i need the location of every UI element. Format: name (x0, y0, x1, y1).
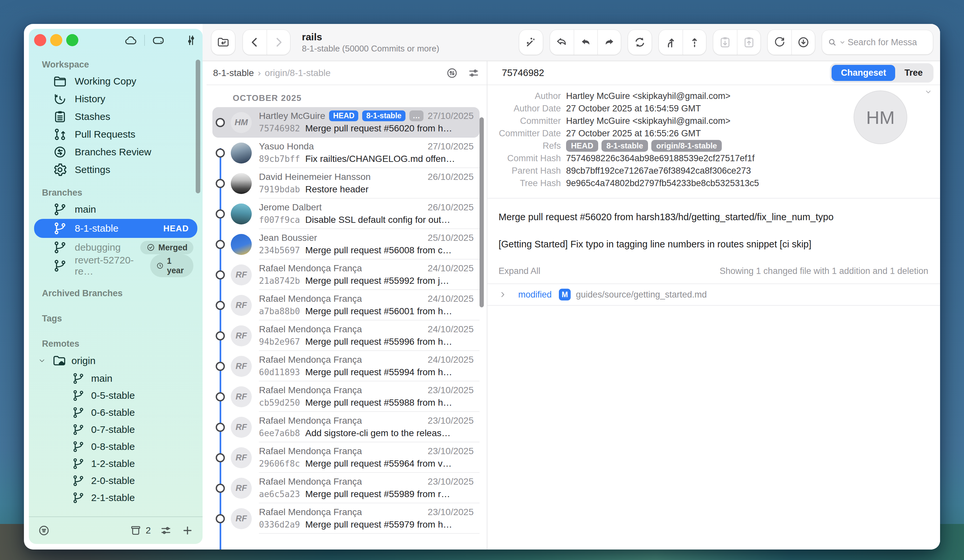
tab-tree[interactable]: Tree (895, 65, 932, 81)
tags-header[interactable]: Tags (42, 314, 203, 324)
remote-branch-item[interactable]: 0-7-stable (29, 421, 203, 438)
commit-row[interactable]: David Heinemeier Hansson 26/10/2025 7919… (212, 168, 480, 199)
separator (144, 35, 145, 46)
archive-icon[interactable] (129, 524, 142, 537)
commit-row[interactable]: RF Rafael Mendonça França 23/10/2025 (212, 473, 480, 503)
remote-branch-label: 0-7-stable (91, 424, 135, 435)
sidebar-item[interactable]: Working Copy (29, 72, 203, 90)
expand-all-button[interactable]: Expand All (498, 266, 541, 276)
commit-row[interactable]: RF Rafael Mendonça França 23/10/2025 (212, 503, 480, 534)
commit-row[interactable]: RF Rafael Mendonça França 23/10/2025 (212, 442, 480, 473)
merge-button[interactable] (659, 30, 682, 55)
sidebar-item[interactable]: Branches Review (29, 143, 203, 161)
toolbar-actions (519, 30, 933, 55)
commit-row[interactable]: RF Rafael Mendonça França 24/10/2025 (212, 321, 480, 351)
commit-row[interactable]: RF Rafael Mendonça França 24/10/2025 (212, 290, 480, 321)
sidebar-item-label: Branches Review (75, 147, 151, 158)
stash-save-button[interactable] (713, 30, 737, 55)
avatar-initials: RF (236, 453, 247, 463)
commit-hash: ae6c5a23 (259, 489, 300, 499)
search-input[interactable] (848, 37, 928, 47)
remote-origin[interactable]: origin (29, 352, 203, 370)
search-field[interactable] (822, 30, 933, 54)
cloud-icon[interactable] (124, 33, 138, 47)
undo-button[interactable] (550, 30, 573, 55)
chev-sm-down-icon[interactable] (924, 87, 933, 96)
remote-branch-item[interactable]: 0-8-stable (29, 438, 203, 455)
ref-badge[interactable]: origin/8-1-stable (651, 140, 722, 152)
sync-button[interactable] (628, 30, 651, 55)
commit-date: 23/10/2025 (428, 415, 474, 426)
toolbar: rails 8-1-stable (50000 Commits or more) (203, 24, 940, 61)
minimize-window-button[interactable] (50, 34, 62, 46)
redo-button[interactable] (597, 30, 621, 55)
close-window-button[interactable] (34, 34, 46, 46)
remote-branch-item[interactable]: 2-0-stable (29, 472, 203, 489)
metadata-bottom: Commit Hash 7574698226c364ab98e69188539e… (491, 152, 940, 189)
sidebar-item[interactable]: Stashes (29, 108, 203, 125)
archived-branches-header[interactable]: Archived Branches (42, 288, 203, 298)
stash-icon (52, 109, 68, 124)
breadcrumb[interactable]: 8-1-stable › origin/8-1-stable (213, 68, 331, 78)
refresh-button[interactable] (768, 30, 791, 55)
back-button[interactable] (243, 30, 267, 55)
open-repository-button[interactable] (212, 30, 235, 55)
commit-hash: 7919bdab (259, 184, 300, 194)
remote-branch-item[interactable]: 2-1-stable (29, 489, 203, 506)
chevron-sm-right-icon[interactable] (498, 290, 507, 299)
sidebar-content: Workspace Working Copy History (29, 50, 203, 516)
branch-item[interactable]: revert-52720-re… 1 year (34, 257, 197, 275)
commit-author: Jerome Dalbert (259, 202, 322, 213)
branch-item[interactable]: main (34, 200, 197, 218)
commit-row[interactable]: Yasuo Honda 27/10/2025 89cb7bff Fix rail… (212, 138, 480, 168)
stash-pop-button[interactable] (737, 30, 760, 55)
zoom-window-button[interactable] (66, 34, 78, 46)
commit-row[interactable]: RF Rafael Mendonça França 23/10/2025 (212, 381, 480, 412)
sliders-v-icon[interactable] (184, 33, 198, 47)
forward-button[interactable] (267, 30, 290, 55)
adjust-icon[interactable] (159, 524, 173, 537)
plus-icon[interactable] (181, 524, 194, 537)
commit-row[interactable]: Jerome Dalbert 26/10/2025 f007f9ca Disab… (212, 199, 480, 229)
avatar-initials: RF (236, 330, 247, 341)
sidebar-item[interactable]: Pull Requests (29, 125, 203, 143)
remote-branch-item[interactable]: 1-2-stable (29, 455, 203, 472)
ref-badge[interactable]: HEAD (566, 140, 598, 152)
commit-message: Fix railties/CHANGELOG.md offen… (305, 154, 455, 164)
ref-badge[interactable]: 8-1-stable (601, 140, 648, 152)
folder-return-icon (217, 36, 230, 49)
commit-message: Merge pull request #55994 from h… (305, 367, 452, 378)
changed-file-row[interactable]: modified M guides/source/getting_started… (487, 284, 940, 305)
commit-row[interactable]: RF Rafael Mendonça França 24/10/2025 (212, 259, 480, 290)
drive-icon[interactable] (151, 33, 165, 47)
branch-item[interactable]: debugging Merged (34, 239, 197, 256)
quick-actions-button[interactable] (519, 30, 543, 55)
fetch-button[interactable] (791, 30, 815, 55)
discard-button[interactable] (573, 30, 597, 55)
commit-row[interactable]: HM Hartley McGuire HEAD 8-1-stable … 27/… (212, 107, 480, 138)
commit-row[interactable]: Jean Boussier 25/10/2025 234b5697 Merge … (212, 229, 480, 259)
filter-circle-icon[interactable] (37, 524, 50, 537)
adjust-icon[interactable] (467, 67, 480, 80)
chevron-down-icon[interactable] (38, 357, 46, 365)
commit-row[interactable]: RF Rafael Mendonça França 24/10/2025 (212, 351, 480, 381)
sidebar-item[interactable]: History (29, 90, 203, 108)
remote-branch-item[interactable]: 0-6-stable (29, 404, 203, 421)
rebase-button[interactable] (682, 30, 706, 55)
author-avatar: HM (853, 90, 907, 144)
remote-branch-item[interactable]: main (29, 370, 203, 387)
swap-circle-icon[interactable] (445, 67, 459, 80)
rebase-icon (688, 36, 702, 49)
tab-changeset[interactable]: Changeset (832, 65, 895, 81)
divider (487, 305, 940, 306)
remote-branch-item[interactable]: 0-5-stable (29, 387, 203, 404)
avatar: RF (231, 447, 252, 468)
commit-rows: HM Hartley McGuire HEAD 8-1-stable … 27/… (207, 107, 487, 534)
repository-title: rails (302, 31, 485, 43)
graph-node (216, 362, 225, 371)
branch-item[interactable]: 8-1-stable HEAD (34, 219, 197, 238)
commit-list-scrollbar[interactable] (480, 117, 484, 308)
sidebar-item[interactable]: Settings (29, 161, 203, 179)
sidebar-scrollbar[interactable] (196, 60, 200, 193)
commit-row[interactable]: RF Rafael Mendonça França 23/10/2025 (212, 412, 480, 442)
